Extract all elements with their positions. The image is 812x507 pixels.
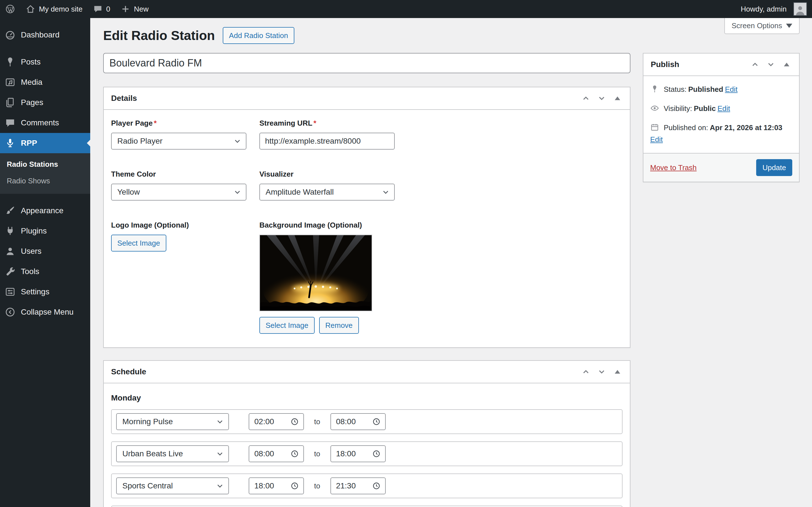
publish-postbox-header: Publish — [644, 54, 799, 76]
pin-icon — [4, 56, 16, 68]
sidebar-item-rpp[interactable]: RPP — [0, 133, 90, 153]
background-remove-button[interactable]: Remove — [319, 317, 359, 334]
screen-options-tab[interactable]: Screen Options — [724, 18, 800, 34]
site-name-link[interactable]: My demo site — [20, 0, 88, 18]
chevron-up-icon — [751, 60, 760, 69]
sidebar-item-plugins[interactable]: Plugins — [0, 221, 90, 241]
visualizer-select[interactable]: Amplitude Waterfall — [259, 184, 395, 201]
status-edit-link[interactable]: Edit — [725, 85, 738, 94]
caret-down-icon — [786, 24, 792, 28]
concert-photo — [260, 235, 371, 311]
sidebar-item-media[interactable]: Media — [0, 72, 90, 93]
add-radio-station-button[interactable]: Add Radio Station — [223, 27, 294, 44]
move-down-button[interactable] — [763, 57, 779, 72]
sidebar-item-dashboard[interactable]: Dashboard — [0, 25, 90, 45]
sidebar-item-tools[interactable]: Tools — [0, 262, 90, 282]
station-title-input[interactable] — [103, 53, 630, 73]
sidebar-label-plugins: Plugins — [21, 226, 47, 235]
publish-box-title: Publish — [651, 60, 679, 69]
day-label-monday: Monday — [111, 393, 622, 402]
comments-admin-bar[interactable]: 0 — [88, 0, 115, 18]
to-label: to — [314, 450, 320, 458]
player-page-select[interactable]: Radio Player — [111, 133, 246, 150]
chevron-down-icon — [597, 94, 606, 103]
account-menu[interactable]: Howdy, admin — [735, 0, 812, 18]
sidebar-item-users[interactable]: Users — [0, 241, 90, 262]
user-silhouette-icon — [795, 4, 806, 15]
admin-bar: My demo site 0 New Howdy, admin — [0, 0, 812, 18]
end-time-input[interactable]: 18:00 — [331, 445, 386, 462]
start-time-input[interactable]: 08:00 — [249, 445, 304, 462]
end-time-input[interactable]: 08:00 — [331, 413, 386, 430]
toggle-panel-button[interactable] — [610, 91, 625, 106]
status-text: Status:PublishedEdit — [664, 84, 738, 95]
chevron-up-icon — [581, 367, 591, 376]
move-down-button[interactable] — [594, 91, 610, 106]
sidebar-label-rpp: RPP — [21, 138, 37, 148]
toggle-panel-button[interactable] — [779, 57, 795, 72]
media-icon — [4, 76, 16, 88]
published-on-edit-link[interactable]: Edit — [650, 135, 663, 144]
visibility-edit-link[interactable]: Edit — [718, 104, 730, 113]
clock-icon — [372, 417, 380, 426]
sidebar-label-dashboard: Dashboard — [21, 31, 59, 40]
status-pin-icon — [650, 84, 659, 94]
sidebar-item-radio-stations[interactable]: Radio Stations — [0, 156, 90, 173]
sidebar-item-pages[interactable]: Pages — [0, 93, 90, 113]
publish-footer: Move to Trash Update — [644, 153, 799, 182]
show-select[interactable]: Urban Beats Live — [116, 445, 229, 462]
move-up-button[interactable] — [578, 91, 594, 106]
move-down-button[interactable] — [594, 364, 610, 380]
visibility-text: Visibility:PublicEdit — [664, 103, 730, 114]
sidebar-item-comments[interactable]: Comments — [0, 113, 90, 133]
clock-icon — [290, 417, 299, 426]
schedule-row-partial: to — [111, 506, 622, 507]
user-icon — [4, 245, 16, 257]
dashboard-icon — [4, 29, 16, 41]
move-up-button[interactable] — [578, 364, 594, 380]
main-column: Details Player Page* — [103, 53, 630, 507]
update-button[interactable]: Update — [756, 159, 792, 176]
wordpress-logo-menu[interactable] — [0, 0, 20, 18]
sidebar-item-posts[interactable]: Posts — [0, 52, 90, 72]
new-label: New — [134, 5, 149, 13]
clock-icon — [372, 482, 380, 490]
sidebar-label-appearance: Appearance — [21, 206, 63, 215]
visualizer-label: Visualizer — [259, 170, 395, 179]
logo-select-image-button[interactable]: Select Image — [111, 235, 166, 251]
sidebar-item-radio-shows[interactable]: Radio Shows — [0, 173, 90, 189]
sidebar-item-appearance[interactable]: Appearance — [0, 201, 90, 221]
show-select[interactable]: Morning Pulse — [116, 413, 229, 430]
theme-color-selected-value: Yellow — [117, 187, 140, 196]
visibility-row: Visibility:PublicEdit — [650, 103, 792, 114]
required-asterisk: * — [154, 119, 156, 127]
sidebar-item-settings[interactable]: Settings — [0, 282, 90, 302]
chevron-down-icon — [216, 418, 224, 426]
start-time-input[interactable]: 02:00 — [249, 413, 304, 430]
start-time-value: 18:00 — [254, 482, 274, 490]
background-select-image-button[interactable]: Select Image — [259, 317, 315, 334]
new-content-menu[interactable]: New — [115, 0, 154, 18]
move-up-button[interactable] — [747, 57, 763, 72]
theme-color-select[interactable]: Yellow — [111, 184, 246, 201]
pages-icon — [4, 97, 16, 108]
show-select[interactable]: Sports Central — [116, 477, 229, 494]
theme-color-label: Theme Color — [111, 170, 246, 179]
move-to-trash-link[interactable]: Move to Trash — [650, 163, 697, 172]
end-time-input[interactable]: 21:30 — [331, 477, 386, 494]
edit-columns: Details Player Page* — [103, 53, 800, 507]
sidebar-label-comments: Comments — [21, 118, 59, 127]
streaming-url-input[interactable] — [259, 133, 395, 150]
toggle-panel-button[interactable] — [610, 364, 625, 380]
chevron-down-icon — [216, 482, 224, 490]
logo-image-field: Logo Image (Optional) Select Image — [111, 221, 189, 334]
start-time-input[interactable]: 18:00 — [249, 477, 304, 494]
status-label: Status: — [664, 85, 687, 94]
sidebar-label-users: Users — [21, 247, 42, 256]
chevron-down-icon — [766, 60, 775, 69]
visualizer-selected-value: Amplitude Waterfall — [266, 187, 334, 196]
clock-icon — [290, 482, 299, 490]
sidebar-item-collapse-menu[interactable]: Collapse Menu — [0, 302, 90, 322]
comments-count: 0 — [106, 5, 110, 13]
required-asterisk: * — [313, 119, 316, 127]
